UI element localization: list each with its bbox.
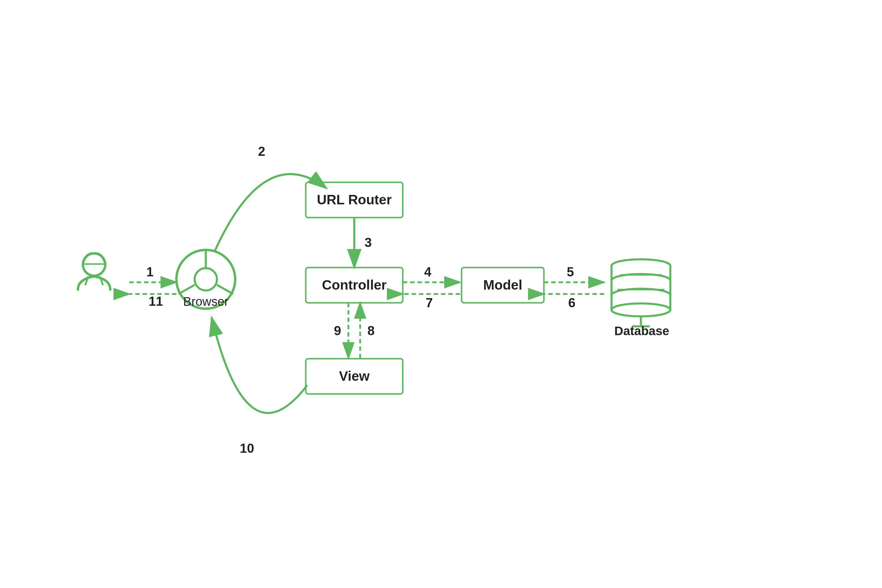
- database-icon: [612, 259, 670, 326]
- controller-label: Controller: [322, 277, 387, 292]
- arrow-9-label: 9: [334, 323, 341, 338]
- arrow-3-label: 3: [364, 235, 372, 250]
- arrow-10-label: 10: [240, 441, 254, 455]
- url-router-label: URL Router: [317, 192, 392, 207]
- arrow-7-label: 7: [426, 296, 433, 310]
- svg-point-7: [195, 268, 217, 291]
- diagram-container: Browser URL Router Controller Model: [0, 0, 882, 588]
- model-label: Model: [483, 277, 522, 292]
- database-label: Database: [615, 324, 669, 338]
- svg-line-10: [178, 285, 195, 294]
- arrow-8-label: 8: [368, 323, 375, 338]
- view-label: View: [339, 368, 369, 384]
- user-icon: [78, 254, 110, 290]
- arrow-6-label: 6: [568, 296, 575, 310]
- arrow-11-label: 11: [149, 294, 163, 308]
- browser-label: Browser: [183, 295, 228, 308]
- arrow-10-path: [212, 318, 307, 413]
- arrow-1-label: 1: [146, 265, 153, 279]
- arrow-2-label: 2: [258, 144, 265, 159]
- arrow-5-label: 5: [567, 265, 574, 279]
- arrow-4-label: 4: [424, 265, 432, 279]
- svg-line-9: [217, 285, 233, 294]
